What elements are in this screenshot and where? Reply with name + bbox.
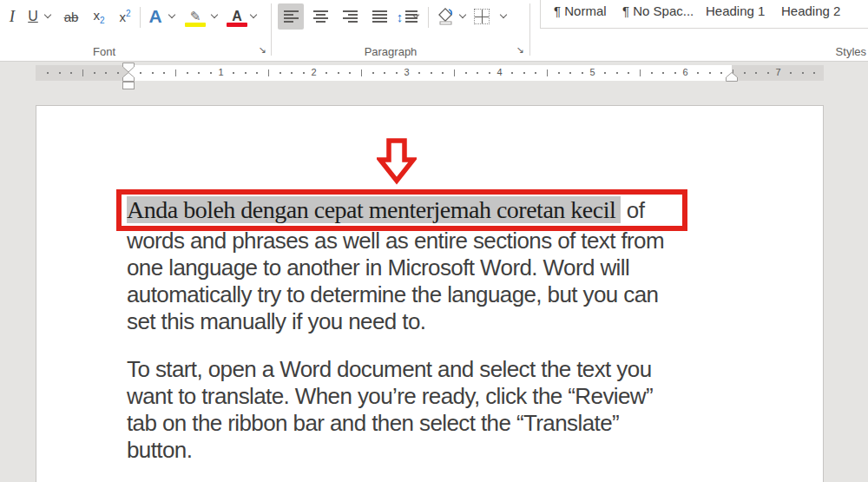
ruler-tick (291, 72, 293, 74)
ruler-number: 5 (590, 67, 595, 77)
borders-icon (474, 9, 490, 24)
style-item-normal[interactable]: ¶ Normal (554, 3, 607, 18)
borders-dropdown-icon[interactable] (499, 11, 510, 22)
align-right-icon (343, 10, 358, 23)
launcher-arrow-icon: ↘ (258, 44, 266, 55)
ruler-tick (511, 72, 513, 74)
align-left-button[interactable] (278, 3, 304, 30)
ruler-tick (651, 72, 653, 74)
ruler-number: 7 (776, 67, 781, 77)
ruler-tick (105, 72, 107, 74)
ruler-number: 4 (497, 67, 503, 77)
ruler-tick (279, 72, 281, 74)
ruler-tick (697, 72, 699, 74)
superscript-icon: x2 (119, 9, 130, 24)
paragraph-dialog-launcher[interactable]: ↘ (514, 43, 526, 56)
underline-dropdown-icon[interactable] (43, 11, 54, 22)
ruler-tick (268, 69, 269, 76)
ruler-tick (604, 72, 606, 74)
ruler-tick (210, 72, 212, 74)
document-line[interactable]: set this manually if you need to. (127, 308, 664, 335)
justify-button[interactable] (366, 3, 392, 30)
ruler-tick (140, 72, 141, 74)
borders-button[interactable] (470, 3, 494, 30)
document-line[interactable]: tab on the ribbon bar and then select th… (127, 410, 653, 437)
style-item-heading1[interactable]: Heading 1 (706, 3, 765, 18)
line1-suffix-text[interactable]: of (621, 197, 644, 223)
strikethrough-button[interactable]: ab (57, 3, 85, 30)
shading-button[interactable] (433, 3, 459, 30)
ruler-tick (47, 72, 49, 74)
line-spacing-dropdown-icon[interactable] (411, 11, 422, 22)
ruler-tick (117, 72, 119, 74)
align-right-button[interactable] (337, 3, 363, 30)
selection-highlight[interactable]: Anda boleh dengan cepat menterjemah core… (127, 196, 621, 223)
font-color-button[interactable]: A (224, 3, 250, 30)
document-line[interactable]: words and phrases as well as entire sect… (127, 228, 664, 254)
ruler-tick (418, 72, 420, 74)
document-line[interactable]: button. (127, 437, 653, 464)
ruler-tick (767, 72, 769, 74)
ruler-tick (175, 69, 176, 76)
styles-gallery: ¶ Normal ¶ No Spac... Heading 1 Heading … (540, 0, 868, 29)
ruler-tick (523, 72, 525, 74)
style-item-no-spacing[interactable]: ¶ No Spac... (622, 3, 694, 18)
font-color-red-bar (227, 23, 247, 27)
paragraph-1[interactable]: words and phrases as well as entire sect… (127, 228, 664, 335)
subscript-icon: x2 (93, 8, 104, 25)
superscript-button[interactable]: x2 (113, 3, 137, 30)
ruler-tick (94, 72, 95, 74)
ruler-number: 1 (219, 67, 224, 77)
highlight-color-button[interactable]: ✎ (182, 3, 208, 30)
ruler-tick (465, 72, 467, 74)
style-item-heading2[interactable]: Heading 2 (781, 3, 840, 18)
ruler-tick (245, 72, 247, 74)
paragraph-2[interactable]: To start, open a Word document and selec… (127, 356, 653, 464)
text-effects-icon: A (148, 6, 161, 27)
strikethrough-icon: ab (64, 10, 79, 24)
hanging-indent-marker[interactable] (122, 72, 135, 82)
ruler-tick (349, 72, 351, 74)
ruler-tick (720, 72, 722, 74)
ruler-tick (338, 72, 339, 74)
align-center-button[interactable] (307, 3, 333, 30)
highlight-color-dropdown-icon[interactable] (210, 11, 220, 22)
document-line[interactable]: one language to another in Microsoft Wor… (127, 254, 664, 281)
text-effects-dropdown-icon[interactable] (168, 11, 178, 22)
shading-dropdown-icon[interactable] (458, 11, 469, 22)
ruler-tick (152, 72, 154, 74)
align-left-icon (284, 10, 299, 23)
ruler-tick (662, 72, 664, 74)
ribbon: I U ab x2 x2 A ✎ A Font ↘ ↕ (0, 0, 868, 62)
italic-button[interactable]: I (2, 3, 23, 30)
divider (428, 7, 429, 28)
styles-group-label: Styles (788, 45, 866, 58)
document-line[interactable]: automatically try to determine the langu… (127, 281, 664, 308)
launcher-arrow-icon: ↘ (516, 44, 523, 55)
text-effects-button[interactable]: A (144, 3, 167, 30)
ruler-tick (547, 69, 548, 76)
ruler[interactable]: 1234567 (36, 65, 824, 81)
ruler-tick (802, 72, 804, 74)
group-divider (529, 3, 530, 56)
ruler-tick (454, 69, 455, 76)
document-line[interactable]: To start, open a Word document and selec… (127, 356, 653, 383)
subscript-button[interactable]: x2 (87, 3, 111, 30)
font-dialog-launcher[interactable]: ↘ (256, 43, 268, 56)
left-indent-marker[interactable] (122, 82, 135, 89)
ruler-tick (198, 72, 200, 74)
ruler-tick (790, 72, 792, 74)
ruler-tick (233, 72, 234, 74)
underline-button[interactable]: U (23, 3, 43, 30)
ruler-tick (372, 72, 374, 74)
document-line-1[interactable]: Anda boleh dengan cepat menterjemah core… (127, 193, 644, 228)
ruler-tick (256, 72, 258, 74)
ruler-tick (82, 69, 83, 76)
ruler-number: 6 (683, 67, 688, 77)
right-indent-marker[interactable] (726, 72, 738, 82)
group-divider (271, 3, 272, 56)
font-color-dropdown-icon[interactable] (249, 11, 260, 22)
justify-icon (372, 10, 387, 23)
ruler-tick (361, 69, 362, 76)
document-line[interactable]: want to translate. When you’re ready, cl… (127, 383, 653, 410)
